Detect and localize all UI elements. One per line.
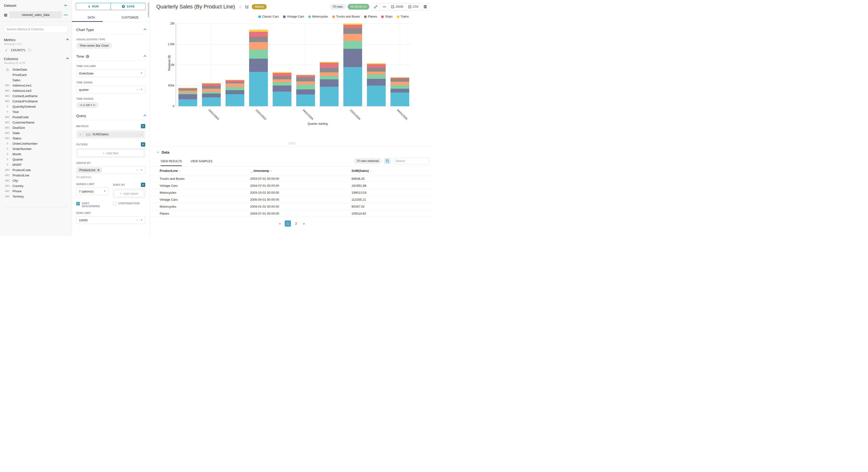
legend-item[interactable]: Trucks and Buses: [332, 15, 360, 18]
column-item[interactable]: ABCProductLine: [4, 172, 68, 178]
bar-segment[interactable]: [343, 24, 362, 25]
bar-segment[interactable]: [273, 82, 291, 86]
bar-segment[interactable]: [367, 86, 386, 106]
column-item[interactable]: #Month: [4, 151, 68, 157]
remove-tag-icon[interactable]: ✕: [97, 169, 99, 172]
add-filter-button[interactable]: +: [141, 142, 145, 147]
favorite-star-icon[interactable]: ☆: [239, 4, 242, 9]
group-by-tag[interactable]: ProductLine ✕: [77, 167, 102, 173]
tab-view-results[interactable]: VIEW RESULTS: [161, 158, 182, 166]
chevron-up-icon[interactable]: [144, 28, 146, 31]
table-column-header[interactable]: __timestamp▲▼: [250, 169, 351, 172]
bar-segment[interactable]: [202, 97, 221, 106]
bar-segment[interactable]: [367, 72, 386, 74]
panel-resize-handle[interactable]: [288, 142, 296, 145]
bar-segment[interactable]: [178, 99, 197, 106]
series-limit-select[interactable]: 7 option(s) ▼: [76, 187, 109, 195]
bar-segment[interactable]: [225, 80, 244, 82]
edit-properties-icon[interactable]: [245, 5, 249, 9]
bar-segment[interactable]: [320, 79, 339, 87]
metric-item-count[interactable]: ƒ COUNT(*) ?: [4, 48, 68, 52]
bar-segment[interactable]: [320, 68, 339, 72]
chevron-up-icon[interactable]: [144, 55, 146, 58]
bar-segment[interactable]: [273, 73, 291, 76]
chevron-up-icon[interactable]: [66, 38, 69, 41]
legend-item[interactable]: Classic Cars: [258, 15, 279, 18]
bar-segment[interactable]: [178, 88, 197, 88]
dataset-options-icon[interactable]: •••: [64, 13, 68, 17]
add-filter-dropzone[interactable]: + Add filter: [77, 150, 144, 157]
help-icon[interactable]: ?: [28, 49, 31, 52]
clear-icon[interactable]: ×: [136, 168, 138, 172]
bar-segment[interactable]: [249, 32, 268, 37]
bar-segment[interactable]: [391, 93, 409, 106]
time-range-value[interactable]: -∞ ≤ col < ∞: [76, 102, 98, 108]
bar-segment[interactable]: [273, 72, 291, 73]
group-by-select[interactable]: ProductLine ✕ × ▼: [76, 166, 145, 174]
bar-segment[interactable]: [202, 93, 221, 97]
bar-segment[interactable]: [296, 77, 315, 82]
column-item[interactable]: ABCCity: [4, 178, 68, 183]
contribution-checkbox[interactable]: CONTRIBUTION: [113, 202, 146, 208]
bar-segment[interactable]: [273, 79, 291, 82]
table-column-header[interactable]: SUM(Sales)▲▼: [351, 169, 434, 172]
chevron-up-icon[interactable]: [66, 57, 69, 60]
column-item[interactable]: #OrderLineNumber: [4, 141, 68, 146]
bar-segment[interactable]: [249, 30, 268, 32]
column-item[interactable]: ABCProductCode: [4, 167, 68, 172]
metric-pill[interactable]: × ƒ(x) SUM(Sales) ›: [77, 131, 144, 137]
save-button[interactable]: SAVE: [111, 3, 146, 10]
embed-code-button[interactable]: </>: [380, 3, 388, 10]
sort-descending-checkbox[interactable]: ✓ SORT DESCENDING: [76, 202, 109, 208]
bar-segment[interactable]: [273, 92, 291, 106]
export-csv-button[interactable]: .CSV: [406, 3, 421, 10]
bar-segment[interactable]: [249, 72, 268, 106]
checkbox-icon[interactable]: [113, 202, 117, 206]
bar-segment[interactable]: [202, 86, 221, 89]
column-item[interactable]: ABCContactLastName: [4, 93, 68, 98]
column-item[interactable]: ABCDealSize: [4, 125, 68, 130]
bar-segment[interactable]: [273, 76, 291, 79]
column-item[interactable]: PriceEach: [4, 72, 68, 77]
bar-segment[interactable]: [273, 86, 291, 92]
bar-segment[interactable]: [178, 93, 197, 94]
bar-segment[interactable]: [296, 89, 315, 94]
legend-item[interactable]: Motorcycles: [308, 15, 328, 18]
pagination-page[interactable]: 2: [293, 220, 299, 227]
bar-segment[interactable]: [178, 88, 197, 89]
bar-segment[interactable]: [391, 77, 409, 78]
column-item[interactable]: #Year: [4, 109, 68, 115]
column-item[interactable]: ABCAddressLine2: [4, 88, 68, 93]
chevron-up-icon[interactable]: [144, 115, 146, 117]
column-item[interactable]: ABCPostalCode: [4, 115, 68, 120]
bar-segment[interactable]: [178, 89, 197, 91]
bar-segment[interactable]: [367, 74, 386, 79]
bar-segment[interactable]: [249, 49, 268, 59]
checkbox-checked-icon[interactable]: ✓: [76, 202, 80, 206]
data-search-input[interactable]: [393, 158, 429, 164]
copy-data-button[interactable]: [384, 158, 391, 164]
bar-segment[interactable]: [320, 63, 339, 68]
bar-segment[interactable]: [225, 87, 244, 90]
column-item[interactable]: ABCContactFirstName: [4, 98, 68, 104]
search-metrics-columns-input[interactable]: [4, 25, 68, 33]
bar-segment[interactable]: [391, 89, 409, 93]
bar-segment[interactable]: [367, 67, 386, 71]
bar-segment[interactable]: [343, 34, 362, 41]
run-button[interactable]: RUN: [76, 3, 111, 10]
bar-segment[interactable]: [391, 85, 409, 89]
bar-segment[interactable]: [296, 85, 315, 89]
add-sort-metric-dropzone[interactable]: + Add metric: [114, 190, 145, 197]
time-column-select[interactable]: OrderDate ▼: [76, 69, 145, 77]
clear-icon[interactable]: ×: [136, 218, 138, 222]
clear-icon[interactable]: ×: [136, 88, 138, 92]
bar-segment[interactable]: [225, 82, 244, 84]
table-column-header[interactable]: ProductLine▲▼: [160, 169, 250, 172]
column-item[interactable]: #OrderNumber: [4, 146, 68, 151]
bar-segment[interactable]: [320, 72, 339, 76]
bar-segment[interactable]: [367, 64, 386, 68]
column-item[interactable]: ABCCountry: [4, 183, 68, 188]
bar-segment[interactable]: [202, 84, 221, 86]
legend-item[interactable]: Vintage Cars: [283, 15, 304, 18]
copy-link-button[interactable]: [371, 3, 380, 10]
